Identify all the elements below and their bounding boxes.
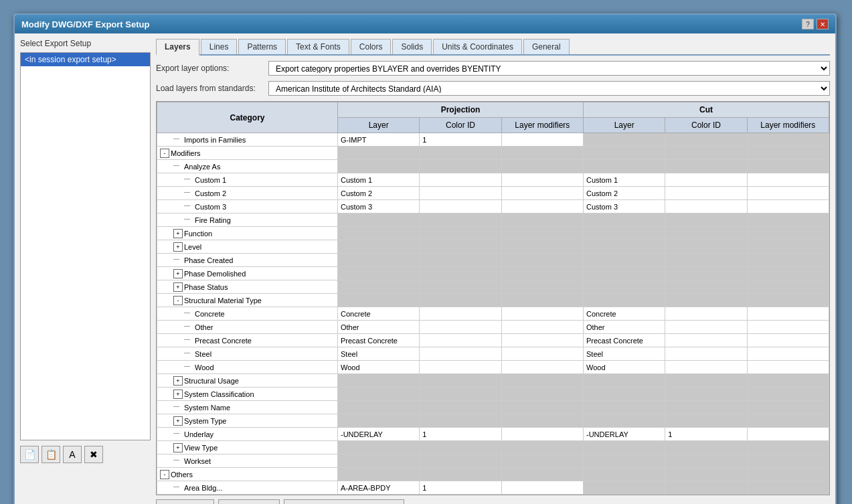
cut-layer-cell[interactable] bbox=[583, 254, 665, 267]
table-row[interactable]: —OtherOtherOther bbox=[157, 321, 829, 334]
table-row[interactable]: —Area Bldg...A-AREA-BPDY1 bbox=[157, 481, 829, 495]
proj-layer-cell[interactable]: Precast Concrete bbox=[338, 334, 420, 347]
cut-layer-cell[interactable] bbox=[583, 133, 665, 147]
expand-icon[interactable]: + bbox=[173, 242, 183, 252]
proj-layer-cell[interactable] bbox=[338, 388, 420, 401]
cut-color-cell[interactable] bbox=[665, 280, 747, 294]
table-row[interactable]: —Custom 2Custom 2Custom 2 bbox=[157, 187, 829, 200]
proj-layer-cell[interactable]: G-IMPT bbox=[338, 133, 420, 147]
cut-color-cell[interactable] bbox=[665, 401, 747, 414]
cut-layer-cell[interactable] bbox=[583, 240, 665, 254]
cut-layer-cell[interactable] bbox=[583, 468, 665, 481]
expand-icon[interactable]: + bbox=[173, 390, 183, 399]
proj-layer-cell[interactable] bbox=[338, 454, 420, 468]
cut-color-cell[interactable] bbox=[665, 347, 747, 361]
delete-button[interactable]: ✖ bbox=[84, 446, 103, 463]
proj-color-cell[interactable]: 1 bbox=[420, 481, 501, 495]
proj-color-cell[interactable] bbox=[420, 454, 501, 468]
proj-color-cell[interactable] bbox=[420, 254, 501, 267]
cut-color-cell[interactable] bbox=[665, 133, 747, 147]
table-row[interactable]: —Custom 1Custom 1Custom 1 bbox=[157, 173, 829, 187]
cut-layer-cell[interactable] bbox=[583, 454, 665, 468]
proj-layer-cell[interactable] bbox=[338, 280, 420, 294]
cut-color-cell[interactable] bbox=[665, 321, 747, 334]
cut-layer-cell[interactable]: Other bbox=[583, 321, 665, 334]
table-row[interactable]: +Structural Usage bbox=[157, 374, 829, 388]
table-row[interactable]: +Phase Status bbox=[157, 280, 829, 294]
table-row[interactable]: —Analyze As bbox=[157, 160, 829, 173]
table-row[interactable]: +Level bbox=[157, 240, 829, 254]
table-row[interactable]: +Phase Demolished bbox=[157, 267, 829, 280]
proj-layer-cell[interactable]: Custom 2 bbox=[338, 187, 420, 200]
add-edit-modifiers-button[interactable]: Add/Edit Modifiers for All... bbox=[284, 499, 404, 504]
proj-color-cell[interactable] bbox=[420, 294, 501, 307]
proj-layer-cell[interactable] bbox=[338, 267, 420, 280]
proj-layer-cell[interactable] bbox=[338, 401, 420, 414]
cut-color-cell[interactable] bbox=[665, 441, 747, 454]
expand-icon[interactable]: + bbox=[173, 416, 183, 426]
expand-icon[interactable]: - bbox=[160, 149, 169, 158]
load-layers-select[interactable]: American Institute of Architects Standar… bbox=[268, 81, 830, 96]
table-row[interactable]: —Phase Created bbox=[157, 254, 829, 267]
cut-layer-cell[interactable] bbox=[583, 481, 665, 495]
proj-color-cell[interactable] bbox=[420, 200, 501, 214]
cut-layer-cell[interactable] bbox=[583, 214, 665, 227]
proj-color-cell[interactable] bbox=[420, 441, 501, 454]
cut-color-cell[interactable] bbox=[665, 388, 747, 401]
proj-layer-cell[interactable]: Steel bbox=[338, 347, 420, 361]
cut-color-cell[interactable] bbox=[665, 240, 747, 254]
proj-color-cell[interactable] bbox=[420, 414, 501, 428]
proj-layer-cell[interactable]: Custom 3 bbox=[338, 200, 420, 214]
table-row[interactable]: —Precast ConcretePrecast ConcretePrecast… bbox=[157, 334, 829, 347]
table-row[interactable]: -Modifiers bbox=[157, 147, 829, 160]
cut-color-cell[interactable] bbox=[665, 214, 747, 227]
table-row[interactable]: +Function bbox=[157, 227, 829, 240]
table-row[interactable]: —Workset bbox=[157, 454, 829, 468]
cut-color-cell[interactable] bbox=[665, 334, 747, 347]
expand-icon[interactable]: + bbox=[173, 282, 183, 292]
cut-color-cell[interactable] bbox=[665, 361, 747, 374]
proj-color-cell[interactable] bbox=[420, 321, 501, 334]
proj-color-cell[interactable] bbox=[420, 267, 501, 280]
table-container[interactable]: Category Projection Cut Layer Color ID L… bbox=[156, 101, 830, 495]
expand-icon[interactable]: + bbox=[173, 443, 183, 452]
cut-layer-cell[interactable] bbox=[583, 227, 665, 240]
proj-layer-cell[interactable] bbox=[338, 147, 420, 160]
cut-color-cell[interactable] bbox=[665, 187, 747, 200]
table-row[interactable]: —Underlay-UNDERLAY1-UNDERLAY1 bbox=[157, 428, 829, 441]
cut-layer-cell[interactable]: Steel bbox=[583, 347, 665, 361]
proj-layer-cell[interactable] bbox=[338, 294, 420, 307]
tab-unitscoords[interactable]: Units & Coordinates bbox=[433, 39, 522, 54]
tab-patterns[interactable]: Patterns bbox=[238, 39, 286, 54]
proj-color-cell[interactable] bbox=[420, 240, 501, 254]
cut-color-cell[interactable] bbox=[665, 227, 747, 240]
cut-layer-cell[interactable]: Custom 2 bbox=[583, 187, 665, 200]
cut-color-cell[interactable]: 1 bbox=[665, 428, 747, 441]
proj-color-cell[interactable] bbox=[420, 374, 501, 388]
proj-color-cell[interactable] bbox=[420, 307, 501, 321]
cut-layer-cell[interactable] bbox=[583, 401, 665, 414]
cut-layer-cell[interactable] bbox=[583, 374, 665, 388]
proj-color-cell[interactable]: 1 bbox=[420, 133, 501, 147]
proj-layer-cell[interactable] bbox=[338, 254, 420, 267]
tab-layers[interactable]: Layers bbox=[156, 39, 199, 56]
expand-icon[interactable]: + bbox=[173, 269, 183, 278]
cut-color-cell[interactable] bbox=[665, 454, 747, 468]
cut-color-cell[interactable] bbox=[665, 254, 747, 267]
table-row[interactable]: -Structural Material Type bbox=[157, 294, 829, 307]
proj-layer-cell[interactable]: -UNDERLAY bbox=[338, 428, 420, 441]
tab-general[interactable]: General bbox=[523, 39, 570, 54]
cut-color-cell[interactable] bbox=[665, 267, 747, 280]
proj-layer-cell[interactable] bbox=[338, 441, 420, 454]
cut-color-cell[interactable] bbox=[665, 374, 747, 388]
cut-color-cell[interactable] bbox=[665, 481, 747, 495]
proj-color-cell[interactable] bbox=[420, 401, 501, 414]
cut-color-cell[interactable] bbox=[665, 307, 747, 321]
proj-color-cell[interactable] bbox=[420, 388, 501, 401]
tab-lines[interactable]: Lines bbox=[201, 39, 238, 54]
expand-icon[interactable]: + bbox=[173, 376, 183, 386]
rename-button[interactable]: A bbox=[63, 446, 82, 463]
cut-layer-cell[interactable]: Wood bbox=[583, 361, 665, 374]
proj-layer-cell[interactable]: Other bbox=[338, 321, 420, 334]
proj-color-cell[interactable] bbox=[420, 468, 501, 481]
